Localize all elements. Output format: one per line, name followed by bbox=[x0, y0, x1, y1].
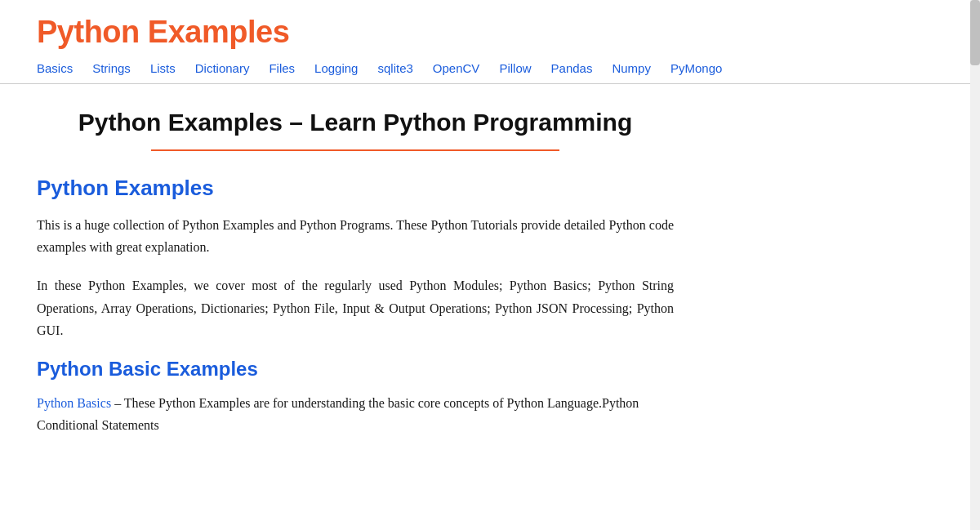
nav-pillow[interactable]: Pillow bbox=[499, 61, 531, 75]
page-heading: Python Examples – Learn Python Programmi… bbox=[37, 109, 674, 136]
heading-underline bbox=[151, 149, 559, 151]
nav-pymongo[interactable]: PyMongo bbox=[670, 61, 722, 75]
site-header: Python Examples Basics Strings Lists Dic… bbox=[0, 0, 980, 83]
section2-title: Python Basic Examples bbox=[37, 358, 674, 381]
scrollbar-track[interactable] bbox=[970, 0, 980, 530]
section-python-examples: Python Examples This is a huge collectio… bbox=[37, 176, 674, 341]
section2-desc: Python Basics – These Python Examples ar… bbox=[37, 392, 674, 436]
nav-sqlite3[interactable]: sqlite3 bbox=[377, 61, 412, 75]
nav-dictionary[interactable]: Dictionary bbox=[195, 61, 250, 75]
nav-opencv[interactable]: OpenCV bbox=[433, 61, 480, 75]
main-nav: Basics Strings Lists Dictionary Files Lo… bbox=[37, 61, 943, 83]
scrollbar-thumb[interactable] bbox=[970, 0, 980, 65]
section2-desc-text: – These Python Examples are for understa… bbox=[37, 396, 639, 432]
section1-para2: In these Python Examples, we cover most … bbox=[37, 274, 674, 341]
section1-title: Python Examples bbox=[37, 176, 674, 201]
section1-para1: This is a huge collection of Python Exam… bbox=[37, 214, 674, 258]
site-title: Python Examples bbox=[37, 15, 943, 50]
nav-files[interactable]: Files bbox=[269, 61, 295, 75]
python-basics-link[interactable]: Python Basics bbox=[37, 396, 111, 410]
nav-lists[interactable]: Lists bbox=[150, 61, 176, 75]
nav-logging[interactable]: Logging bbox=[314, 61, 358, 75]
nav-strings[interactable]: Strings bbox=[92, 61, 131, 75]
nav-pandas[interactable]: Pandas bbox=[551, 61, 593, 75]
main-content: Python Examples – Learn Python Programmi… bbox=[0, 84, 710, 461]
nav-numpy[interactable]: Numpy bbox=[612, 61, 651, 75]
section-python-basic-examples: Python Basic Examples Python Basics – Th… bbox=[37, 358, 674, 436]
nav-basics[interactable]: Basics bbox=[37, 61, 73, 75]
